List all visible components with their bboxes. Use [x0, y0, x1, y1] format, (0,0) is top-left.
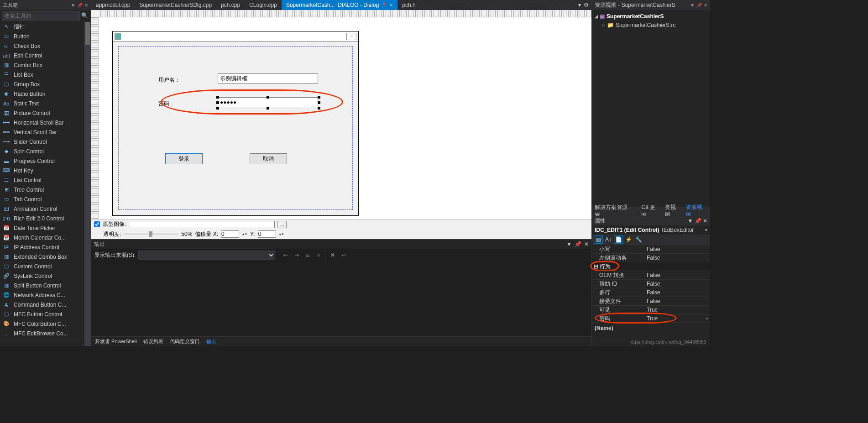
toolbox-item[interactable]: ▥Combo Box	[0, 60, 91, 70]
pin-icon[interactable]: 📌	[77, 3, 83, 8]
toolbox-item[interactable]: 2.0Rich Edit 2.0 Control	[0, 214, 91, 223]
toolbox-item[interactable]: ◆Spin Control	[0, 146, 91, 156]
dropdown-icon[interactable]: ▼	[687, 218, 693, 224]
toolbox-item[interactable]: ▢Group Box	[0, 79, 91, 89]
toolbox-item[interactable]: ▭Tab Control	[0, 194, 91, 204]
toolbox-item[interactable]: ⟷Horizontal Scroll Bar	[0, 118, 91, 127]
toolbox-item[interactable]: IPIP Address Control	[0, 242, 91, 252]
dropdown-icon[interactable]: ▼	[690, 3, 695, 8]
close-icon[interactable]: ✕	[84, 3, 88, 8]
editor-tab[interactable]: pch.h	[397, 0, 420, 10]
search-icon[interactable]: 🔍	[80, 11, 89, 21]
close-icon[interactable]: ✕	[704, 3, 707, 8]
tab-output[interactable]: 输出	[206, 338, 216, 345]
toolbox-item[interactable]: 🖼Picture Control	[0, 108, 91, 118]
offsety-spinner[interactable]: ▲▼	[279, 233, 284, 236]
editor-tab[interactable]: SupermarketCash..._DIALOG - Dialog📍✕	[282, 0, 397, 10]
toolbox-item[interactable]: ab|Edit Control	[0, 51, 91, 60]
toolbox-item[interactable]: 📅Date Time Picker	[0, 223, 91, 233]
toolbox-item[interactable]: 🔗SysLink Control	[0, 271, 91, 281]
toolbox-item[interactable]: ☑Check Box	[0, 41, 91, 51]
pin-icon[interactable]: 📌	[575, 241, 581, 247]
offsetx-input[interactable]	[221, 230, 239, 238]
expand-icon[interactable]: ◢	[595, 14, 598, 19]
toolbox-item[interactable]: AaStatic Text	[0, 99, 91, 108]
toolbox-item[interactable]: ▥Extended Combo Box	[0, 252, 91, 261]
prop-value[interactable]: False	[647, 289, 704, 296]
toolbox-item[interactable]: ACommand Button C...	[0, 300, 91, 309]
login-button[interactable]: 登录	[165, 153, 203, 164]
editor-tab[interactable]: pch.cpp	[216, 0, 245, 10]
offsety-input[interactable]	[258, 230, 276, 238]
toolbox-item[interactable]: ⊞Tree Control	[0, 185, 91, 194]
design-canvas[interactable]: ✕ 用户名： 密码： ●●●●●	[99, 17, 591, 219]
toolbox-item[interactable]: ◉Radio Button	[0, 89, 91, 99]
toolbox-item[interactable]: 🌐Network Address C...	[0, 290, 91, 300]
toolbox-item[interactable]: ⟺Vertical Scroll Bar	[0, 127, 91, 137]
toolbox-item[interactable]: 🎨MFC ColorButton C...	[0, 319, 91, 329]
tabs-settings-icon[interactable]: ⚙	[584, 2, 589, 8]
pin-icon[interactable]: 📍	[382, 3, 387, 7]
prop-value[interactable]: True	[647, 307, 704, 313]
toolbox-item[interactable]: ⟿Slider Control	[0, 137, 91, 146]
toolbox-item[interactable]: ⌨Hot Key	[0, 166, 91, 175]
pin-icon[interactable]: 📌	[695, 218, 701, 224]
toolbox-item[interactable]: ▬Progress Control	[0, 156, 91, 166]
close-icon[interactable]: ✕	[584, 241, 589, 247]
categorized-icon[interactable]: ▦	[594, 235, 603, 244]
prop-dropdown-icon[interactable]: ▾	[704, 317, 710, 321]
toolbox-item[interactable]: ▥Split Button Control	[0, 281, 91, 290]
close-icon[interactable]: ✕	[389, 3, 393, 8]
tabs-dropdown-icon[interactable]: ▾	[578, 2, 581, 8]
password-label[interactable]: 密码：	[158, 100, 175, 108]
events-icon[interactable]: ⚡	[624, 235, 633, 244]
toolbox-item[interactable]: ▢MFC Button Control	[0, 309, 91, 319]
pin-icon[interactable]: 📌	[696, 3, 702, 8]
toolbox-item[interactable]: 🎞Animation Control	[0, 204, 91, 214]
prop-value[interactable]: False	[647, 255, 704, 261]
indent-icon[interactable]: ≣	[303, 251, 312, 259]
proto-path-input[interactable]	[129, 221, 275, 228]
prop-value[interactable]: False	[647, 246, 704, 252]
dialog-window[interactable]: ✕ 用户名： 密码： ●●●●●	[112, 31, 359, 216]
toolbox-item[interactable]: ☰List Box	[0, 70, 91, 79]
tree-rc-file[interactable]: SupermarketCashierS.rc	[616, 22, 675, 28]
toolbox-item[interactable]: ☷List Control	[0, 175, 91, 185]
messages-icon[interactable]: 🔧	[634, 235, 643, 244]
output-body[interactable]	[91, 261, 591, 336]
proto-browse-button[interactable]: ...	[277, 221, 287, 228]
editor-tab[interactable]: CLogin.cpp	[245, 0, 282, 10]
username-edit[interactable]	[218, 73, 318, 84]
clear-icon[interactable]: ✖	[329, 251, 337, 259]
alphabetical-icon[interactable]: A↓	[604, 235, 613, 244]
password-edit[interactable]: ●●●●●	[218, 97, 318, 107]
outdent-icon[interactable]: ≡	[314, 251, 323, 259]
scrollbar[interactable]	[84, 22, 91, 346]
props-dropdown-icon[interactable]: ▾	[705, 228, 707, 232]
prop-value[interactable]: False	[647, 281, 704, 287]
cancel-button[interactable]: 取消	[250, 153, 287, 164]
toolbox-item[interactable]: 📆Month Calendar Co...	[0, 233, 91, 242]
editor-tab[interactable]: SupermarketCashierSDlg.cpp	[135, 0, 216, 10]
toolbox-item[interactable]: ▢Custom Control	[0, 261, 91, 271]
tree-root[interactable]: SupermarketCashierS	[607, 13, 664, 20]
resource-tree[interactable]: ◢ ▣ SupermarketCashierS ▷ 📁 SupermarketC…	[592, 10, 710, 207]
proto-checkbox[interactable]	[94, 221, 100, 227]
wrap-icon[interactable]: ↩	[340, 251, 348, 259]
expand-icon[interactable]: ▷	[602, 23, 605, 27]
prop-value[interactable]: True	[647, 315, 704, 322]
tab-errorlist[interactable]: 错误列表	[143, 338, 163, 345]
next-icon[interactable]: ⇥	[293, 251, 301, 259]
dropdown-icon[interactable]: ▼	[566, 241, 572, 247]
prop-category[interactable]: ⊟ 行为	[592, 263, 647, 271]
toolbox-item[interactable]: ▭Button	[0, 31, 91, 41]
prop-value[interactable]: False	[647, 298, 704, 304]
dropdown-icon[interactable]: ▼	[71, 3, 75, 8]
offsetx-spinner[interactable]: ▲▼	[242, 233, 247, 236]
opacity-slider[interactable]	[124, 233, 178, 235]
toolbox-search-input[interactable]	[2, 11, 80, 21]
prop-value[interactable]: False	[647, 272, 704, 278]
prev-icon[interactable]: ⇤	[282, 251, 290, 259]
username-label[interactable]: 用户名：	[158, 76, 180, 84]
toolbox-item[interactable]: …MFC EditBrowse Co...	[0, 329, 91, 338]
